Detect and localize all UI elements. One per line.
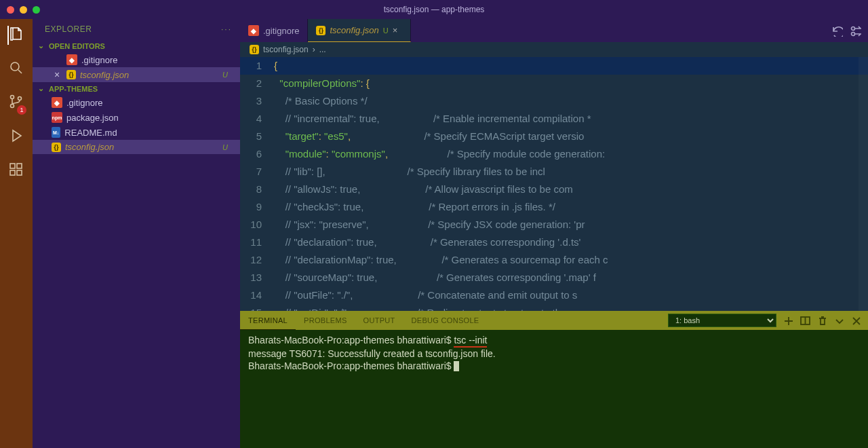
tab-close-icon[interactable]: ×: [393, 25, 402, 35]
terminal-line: message TS6071: Successfully created a t…: [248, 348, 496, 359]
line-content: // "jsx": "preserve", /* Specify JSX cod…: [274, 216, 585, 234]
editor-tab[interactable]: ◆.gitignore: [240, 19, 308, 42]
file-tree-item[interactable]: {}tsconfig.jsonU: [33, 140, 240, 154]
file-tree-item[interactable]: npmpackage.json: [33, 110, 240, 125]
code-line[interactable]: 13 // "sourceMap": true, /* Generates co…: [240, 269, 868, 286]
panel-tab-output[interactable]: OUTPUT: [355, 311, 403, 330]
code-line[interactable]: 1{: [240, 57, 868, 75]
folder-label: APP-THEMES: [49, 85, 98, 93]
svg-point-8: [852, 26, 855, 30]
close-panel-icon[interactable]: [851, 316, 861, 326]
open-editor-item[interactable]: ◆.gitignore: [33, 52, 240, 67]
line-number: 14: [240, 286, 274, 304]
close-window-button[interactable]: [7, 6, 14, 14]
trash-icon[interactable]: [817, 316, 827, 326]
new-terminal-icon[interactable]: [783, 316, 793, 326]
maximize-window-button[interactable]: [33, 6, 40, 14]
terminal-cursor: [454, 361, 459, 371]
activity-explorer[interactable]: [7, 26, 25, 45]
activity-scm[interactable]: 1: [8, 94, 24, 113]
svg-rect-4: [10, 164, 15, 168]
tab-label: tsconfig.json: [330, 25, 378, 35]
code-line[interactable]: 3 /* Basic Options */: [240, 92, 868, 110]
tab-status: U: [383, 26, 389, 35]
line-content: // "sourceMap": true, /* Generates corre…: [274, 269, 596, 286]
code-line[interactable]: 6 "module": "commonjs", /* Specify modul…: [240, 145, 868, 163]
line-number: 5: [240, 128, 274, 145]
scm-badge: 1: [17, 105, 26, 115]
line-content: // "allowJs": true, /* Allow javascript …: [274, 181, 573, 198]
open-editors-header[interactable]: ⌄ OPEN EDITORS: [33, 39, 240, 52]
code-line[interactable]: 11 // "declaration": true, /* Generates …: [240, 234, 868, 251]
explorer-title: EXPLORER: [45, 24, 92, 34]
file-tree-item[interactable]: M↓README.md: [33, 125, 240, 140]
line-content: // "outDir": "./", /* Redirect output st…: [274, 304, 566, 311]
file-name: .gitignore: [66, 98, 102, 108]
breadcrumb-sep: ›: [313, 45, 315, 54]
line-content: // "declarationMap": true, /* Generates …: [274, 251, 608, 269]
editor[interactable]: 1{2 "compilerOptions": {3 /* Basic Optio…: [240, 57, 868, 311]
activity-debug[interactable]: [8, 128, 24, 147]
minimap[interactable]: [859, 57, 868, 311]
breadcrumb[interactable]: {} tsconfig.json › ...: [240, 42, 868, 57]
window-controls: [7, 6, 40, 14]
terminal-command: tsc --init: [454, 334, 487, 348]
svg-point-2: [11, 105, 14, 108]
panel-tab-terminal[interactable]: TERMINAL: [240, 311, 296, 330]
code-line[interactable]: 15 // "outDir": "./", /* Redirect output…: [240, 304, 868, 311]
code-line[interactable]: 14 // "outFile": "./", /* Concatenate an…: [240, 286, 868, 304]
chevron-down-icon: ⌄: [38, 84, 46, 93]
open-editor-item[interactable]: ×{}tsconfig.jsonU: [33, 67, 240, 82]
chevron-down-icon[interactable]: [834, 316, 844, 326]
panel-tab-problems[interactable]: PROBLEMS: [296, 311, 355, 330]
tab-bar: ◆.gitignore{}tsconfig.jsonU×: [240, 19, 868, 42]
line-number: 12: [240, 251, 274, 269]
line-content: "module": "commonjs", /* Specify module …: [274, 145, 608, 163]
activity-search[interactable]: [8, 60, 24, 79]
svg-point-0: [11, 62, 19, 71]
ts-file-icon: {}: [316, 26, 326, 35]
file-tree-item[interactable]: ◆.gitignore: [33, 95, 240, 110]
git-file-icon: ◆: [66, 54, 77, 65]
panel-tab-debug-console[interactable]: DEBUG CONSOLE: [403, 311, 488, 330]
code-line[interactable]: 8 // "allowJs": true, /* Allow javascrip…: [240, 181, 868, 198]
git-file-icon: ◆: [248, 25, 259, 36]
code-line[interactable]: 2 "compilerOptions": {: [240, 75, 868, 92]
code-line[interactable]: 12 // "declarationMap": true, /* Generat…: [240, 251, 868, 269]
minimize-window-button[interactable]: [20, 6, 27, 14]
code-line[interactable]: 10 // "jsx": "preserve", /* Specify JSX …: [240, 216, 868, 234]
line-number: 8: [240, 181, 274, 198]
panel-tabs: TERMINALPROBLEMSOUTPUTDEBUG CONSOLE 1: b…: [240, 311, 868, 330]
revert-icon[interactable]: [831, 25, 843, 37]
explorer-more-icon[interactable]: ···: [221, 24, 232, 34]
npm-file-icon: npm: [52, 112, 62, 123]
debug-icon: [8, 128, 24, 144]
code-line[interactable]: 5 "target": "es5", /* Specify ECMAScript…: [240, 128, 868, 145]
code-line[interactable]: 9 // "checkJs": true, /* Report errors i…: [240, 198, 868, 216]
editor-tab[interactable]: {}tsconfig.jsonU×: [308, 19, 410, 42]
folder-header[interactable]: ⌄ APP-THEMES: [33, 82, 240, 95]
svg-rect-6: [17, 170, 22, 175]
explorer-sidebar: EXPLORER ··· ⌄ OPEN EDITORS ◆.gitignore×…: [33, 19, 240, 448]
activity-extensions[interactable]: [8, 162, 24, 181]
line-number: 4: [240, 110, 274, 128]
file-name: .gitignore: [81, 55, 117, 65]
activity-bar: 1: [0, 19, 33, 448]
breadcrumb-more: ...: [319, 45, 326, 54]
search-icon: [8, 60, 24, 76]
line-content: // "outFile": "./", /* Concatenate and e…: [274, 286, 577, 304]
line-number: 11: [240, 234, 274, 251]
svg-point-1: [11, 96, 14, 99]
extensions-icon: [8, 162, 24, 178]
line-content: "target": "es5", /* Specify ECMAScript t…: [274, 128, 584, 145]
line-number: 15: [240, 304, 274, 311]
split-terminal-icon[interactable]: [800, 316, 810, 326]
code-line[interactable]: 7 // "lib": [], /* Specify library files…: [240, 163, 868, 181]
code-line[interactable]: 4 // "incremental": true, /* Enable incr…: [240, 110, 868, 128]
terminal[interactable]: Bharats-MacBook-Pro:app-themes bharattiw…: [240, 330, 868, 448]
compare-icon[interactable]: [850, 25, 861, 37]
close-editor-icon[interactable]: ×: [52, 69, 62, 80]
line-number: 3: [240, 92, 274, 110]
terminal-selector[interactable]: 1: bash: [668, 314, 776, 327]
file-status: U: [222, 143, 235, 151]
